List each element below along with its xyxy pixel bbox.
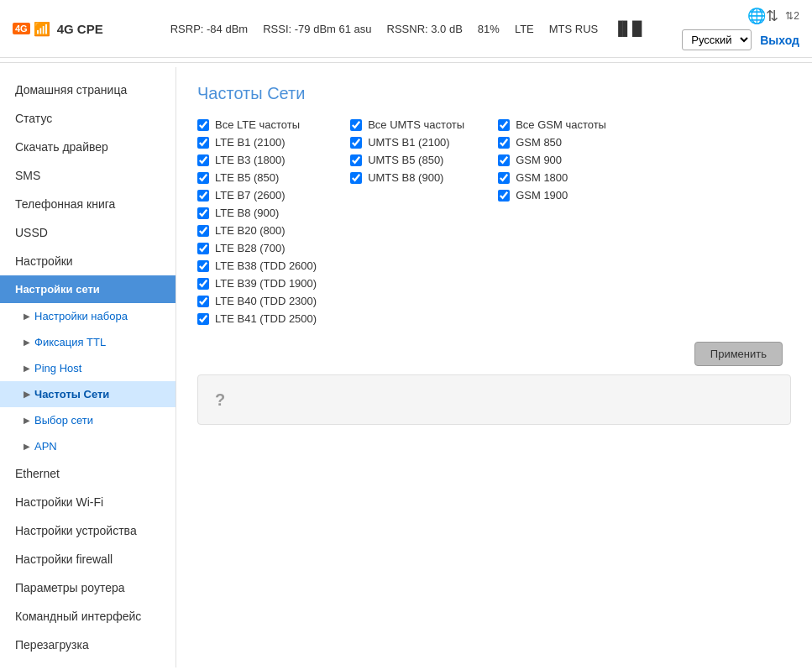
lte-b1-row[interactable]: LTE B1 (2100) <box>197 136 317 149</box>
lte-b28-label: LTE B28 (700) <box>215 242 286 254</box>
lte-b5-label: LTE B5 (850) <box>215 171 279 184</box>
header-left: 4G 📶 4G CPE <box>13 21 147 37</box>
logout-button[interactable]: Выход <box>760 34 799 47</box>
sidebar: Домашняя страница Статус Скачать драйвер… <box>0 67 176 667</box>
sidebar-subitem-netselect[interactable]: ▶ Выбор сети <box>0 407 175 433</box>
apply-button[interactable]: Применить <box>694 342 783 366</box>
lte-all-row[interactable]: Все LTE частоты <box>197 118 317 131</box>
gsm-all-checkbox[interactable] <box>498 119 510 131</box>
sidebar-item-router[interactable]: Параметры роутера <box>0 573 175 602</box>
lte-b8-row[interactable]: LTE B8 (900) <box>197 207 317 219</box>
lte-b39-checkbox[interactable] <box>197 278 209 290</box>
umts-b8-checkbox[interactable] <box>350 172 362 184</box>
lte-b7-checkbox[interactable] <box>197 190 209 202</box>
header: 4G 📶 4G CPE RSRP: -84 dBm RSSI: -79 dBm … <box>0 0 812 58</box>
lte-b3-checkbox[interactable] <box>197 154 209 166</box>
lte-b1-label: LTE B1 (2100) <box>215 136 286 149</box>
lte-b20-checkbox[interactable] <box>197 225 209 237</box>
umts-all-row[interactable]: Все UMTS частоты <box>350 118 464 131</box>
lte-b40-row[interactable]: LTE B40 (TDD 2300) <box>197 295 317 307</box>
lte-b8-checkbox[interactable] <box>197 207 209 219</box>
sidebar-item-phonebook[interactable]: Телефонная книга <box>0 190 175 218</box>
umts-b8-row[interactable]: UMTS B8 (900) <box>350 171 464 184</box>
main-layout: Домашняя страница Статус Скачать драйвер… <box>0 67 812 667</box>
tech-stat: LTE <box>515 23 534 35</box>
gsm-900-label: GSM 900 <box>516 154 562 166</box>
lte-b3-row[interactable]: LTE B3 (1800) <box>197 154 317 166</box>
lte-b41-label: LTE B41 (TDD 2500) <box>215 312 317 325</box>
lte-all-checkbox[interactable] <box>197 119 209 131</box>
gsm-1800-checkbox[interactable] <box>498 172 510 184</box>
sidebar-item-firewall[interactable]: Настройки firewall <box>0 545 175 573</box>
sidebar-item-status[interactable]: Статус <box>0 104 175 133</box>
connection-badge: ⇅2 <box>785 10 799 22</box>
lte-b38-row[interactable]: LTE B38 (TDD 2600) <box>197 259 317 272</box>
gsm-850-checkbox[interactable] <box>498 137 510 149</box>
lte-b5-checkbox[interactable] <box>197 172 209 184</box>
lte-b20-row[interactable]: LTE B20 (800) <box>197 224 317 237</box>
frequencies-grid: Все LTE частоты LTE B1 (2100) LTE B3 (18… <box>197 118 791 325</box>
lte-b7-row[interactable]: LTE B7 (2600) <box>197 189 317 202</box>
lte-b38-checkbox[interactable] <box>197 260 209 272</box>
gsm-1800-row[interactable]: GSM 1800 <box>498 171 606 184</box>
sidebar-subitem-apn[interactable]: ▶ APN <box>0 433 175 459</box>
app-title: 4G CPE <box>57 22 103 36</box>
4g-icon: 4G <box>13 23 30 34</box>
umts-b5-label: UMTS B5 (850) <box>368 154 443 166</box>
umts-b1-checkbox[interactable] <box>350 137 362 149</box>
umts-b5-checkbox[interactable] <box>350 154 362 166</box>
umts-b5-row[interactable]: UMTS B5 (850) <box>350 154 464 166</box>
header-right: 🌐⇅ ⇅2 Русский English Выход <box>665 7 799 50</box>
umts-all-checkbox[interactable] <box>350 119 362 131</box>
gsm-850-row[interactable]: GSM 850 <box>498 136 606 149</box>
sidebar-item-ussd[interactable]: USSD <box>0 218 175 247</box>
lte-b39-row[interactable]: LTE B39 (TDD 1900) <box>197 277 317 290</box>
globe-icon: 🌐⇅ <box>747 7 778 25</box>
gsm-900-row[interactable]: GSM 900 <box>498 154 606 166</box>
sidebar-item-home[interactable]: Домашняя страница <box>0 76 175 104</box>
gsm-900-checkbox[interactable] <box>498 154 510 166</box>
sidebar-item-driver[interactable]: Скачать драйвер <box>0 133 175 161</box>
lte-b3-label: LTE B3 (1800) <box>215 154 286 166</box>
signal-icons: 4G 📶 <box>13 21 50 37</box>
lte-b28-checkbox[interactable] <box>197 243 209 254</box>
arrow-icon: ▶ <box>24 416 30 425</box>
sidebar-item-settings[interactable]: Настройки <box>0 247 175 275</box>
lte-b41-row[interactable]: LTE B41 (TDD 2500) <box>197 312 317 325</box>
lte-b1-checkbox[interactable] <box>197 137 209 149</box>
arrow-icon: ▶ <box>24 338 30 347</box>
sidebar-subitem-freq[interactable]: ▶ Частоты Сети <box>0 381 175 407</box>
content-area: Частоты Сети Все LTE частоты LTE B1 (210… <box>176 67 812 667</box>
sidebar-subitem-ping-label: Ping Host <box>34 362 81 374</box>
gsm-1900-checkbox[interactable] <box>498 190 510 202</box>
sidebar-subitem-dial[interactable]: ▶ Настройки набора <box>0 303 175 329</box>
percent-stat: 81% <box>478 23 500 35</box>
lte-b8-label: LTE B8 (900) <box>215 207 279 219</box>
sidebar-subitem-ping[interactable]: ▶ Ping Host <box>0 355 175 381</box>
lte-b40-checkbox[interactable] <box>197 296 209 307</box>
gsm-1900-row[interactable]: GSM 1900 <box>498 189 606 202</box>
language-select[interactable]: Русский English <box>682 29 752 50</box>
sidebar-item-reboot[interactable]: Перезагрузка <box>0 631 175 659</box>
lte-b20-label: LTE B20 (800) <box>215 224 286 237</box>
gsm-850-label: GSM 850 <box>516 136 562 149</box>
rsrp-stat: RSRP: -84 dBm <box>170 23 248 35</box>
sidebar-item-device[interactable]: Настройки устройства <box>0 516 175 545</box>
lte-b28-row[interactable]: LTE B28 (700) <box>197 242 317 254</box>
sidebar-item-wifi[interactable]: Настройки Wi-Fi <box>0 488 175 516</box>
lte-b41-checkbox[interactable] <box>197 313 209 325</box>
sidebar-item-ethernet[interactable]: Ethernet <box>0 459 175 488</box>
lte-b5-row[interactable]: LTE B5 (850) <box>197 171 317 184</box>
gsm-all-row[interactable]: Все GSM частоты <box>498 118 606 131</box>
umts-b1-row[interactable]: UMTS B1 (2100) <box>350 136 464 149</box>
header-controls[interactable]: Русский English Выход <box>682 29 799 50</box>
help-box: ? <box>197 374 791 425</box>
sidebar-item-cmd[interactable]: Командный интерфейс <box>0 602 175 631</box>
gsm-1900-label: GSM 1900 <box>516 189 568 202</box>
operator-stat: MTS RUS <box>549 23 599 35</box>
wifi-icon: 📶 <box>34 21 50 37</box>
sidebar-item-network-settings[interactable]: Настройки сети <box>0 275 175 303</box>
sidebar-subitem-ttl[interactable]: ▶ Фиксация TTL <box>0 329 175 355</box>
lte-all-label: Все LTE частоты <box>215 118 300 131</box>
sidebar-item-sms[interactable]: SMS <box>0 161 175 190</box>
